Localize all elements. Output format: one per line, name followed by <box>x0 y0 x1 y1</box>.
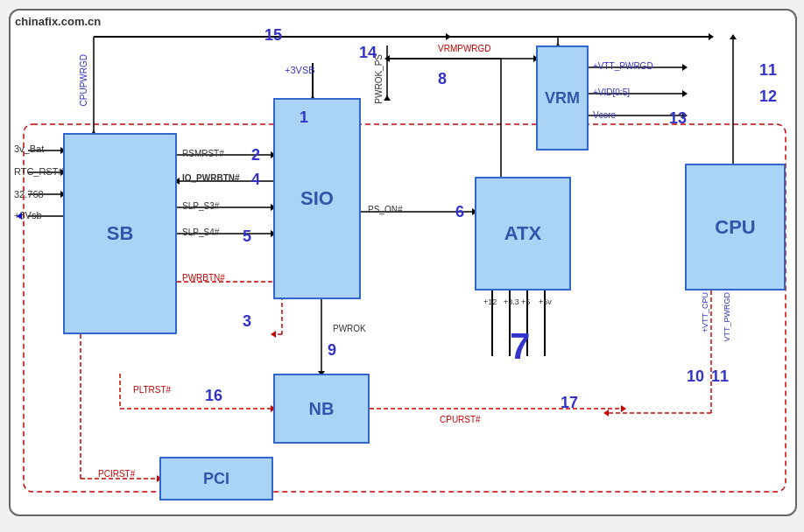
num-10: 10 <box>687 368 704 386</box>
num-11: 11 <box>759 61 777 80</box>
label-slp-s4: SLP_S4# <box>182 228 219 237</box>
label-cpupwrgd: CPUPWRGD <box>79 54 88 106</box>
label-vtt-pwrgd-top: +VTT_PWRGD <box>593 61 653 71</box>
atx-label: ATX <box>504 222 541 245</box>
sb-block: SB <box>63 133 177 334</box>
atx-block: ATX <box>475 177 571 290</box>
nb-label: NB <box>309 399 335 419</box>
cpu-label: CPU <box>715 216 755 239</box>
label-rsmrst: RSMRST# <box>182 149 224 158</box>
num-11-bottom: 11 <box>711 368 729 386</box>
label-vcore: Vcore <box>593 110 616 120</box>
label-vid: +VID[0:5] <box>593 88 630 97</box>
label-ps-on: PS_ON# <box>368 205 402 214</box>
svg-marker-46 <box>603 410 609 416</box>
main-diagram: chinafix.com.cn <box>9 9 797 516</box>
num-17: 17 <box>561 394 578 412</box>
label-io-pwrbtn: IO_PWRBTN# <box>182 173 240 183</box>
svg-marker-48 <box>730 34 737 39</box>
svg-marker-41 <box>682 90 688 97</box>
num-2: 2 <box>251 146 260 164</box>
label-vtt-cpu: +VTT_CPU <box>701 292 709 332</box>
num-15: 15 <box>264 26 282 45</box>
label-plus3vsb: +3Vsb <box>14 210 42 220</box>
label-pwrbtn: PWRBTN# <box>182 273 225 283</box>
vrm-label: VRM <box>545 89 580 108</box>
num-9: 9 <box>328 341 336 360</box>
svg-marker-35 <box>384 55 390 62</box>
svg-marker-12 <box>446 33 451 40</box>
label-3v-bat: 3v_Bat <box>14 144 44 154</box>
num-7: 7 <box>510 326 530 368</box>
sio-label: SIO <box>300 187 334 210</box>
label-v12: +12 <box>483 298 497 306</box>
label-32768: 32.768 <box>14 189 44 200</box>
num-5: 5 <box>243 228 251 246</box>
label-pwrok: PWROK <box>333 324 366 333</box>
num-6: 6 <box>455 203 464 221</box>
vrm-block: VRM <box>536 46 589 150</box>
watermark-label: chinafix.com.cn <box>15 15 101 28</box>
svg-marker-39 <box>682 64 688 71</box>
nb-block: NB <box>273 374 370 444</box>
label-plus3vsb-top: +3VSB <box>285 65 315 75</box>
num-1: 1 <box>300 108 308 127</box>
num-3: 3 <box>243 312 251 331</box>
sb-label: SB <box>107 222 134 245</box>
label-slp-s3: SLP_S3# <box>182 201 219 211</box>
svg-marker-59 <box>621 405 626 412</box>
label-cpurst: CPURST# <box>440 415 481 424</box>
label-v5b: +5v <box>539 298 552 306</box>
label-pcirst: PCIRST# <box>98 469 135 479</box>
label-pltrst: PLTRST# <box>133 385 171 395</box>
cpu-block: CPU <box>685 164 786 290</box>
label-vrmpwrgd: VRMPWRGD <box>438 44 491 53</box>
num-4: 4 <box>251 171 260 189</box>
sio-block: SIO <box>273 98 361 299</box>
num-16: 16 <box>205 387 222 405</box>
svg-marker-14 <box>709 33 714 40</box>
num-14: 14 <box>359 44 377 62</box>
pci-label: PCI <box>203 470 229 488</box>
num-8: 8 <box>438 70 447 88</box>
label-vtt-pwrgd2: VTT_PWRGD <box>723 292 731 342</box>
pci-block: PCI <box>159 457 273 500</box>
label-v33: +3.3 <box>504 298 519 306</box>
label-v5: +5 <box>521 298 530 306</box>
svg-marker-32 <box>384 95 391 101</box>
num-13: 13 <box>669 109 687 128</box>
num-12: 12 <box>759 88 777 106</box>
svg-marker-26 <box>271 331 276 338</box>
label-rtc-rst: RTC_RST# <box>14 166 64 177</box>
